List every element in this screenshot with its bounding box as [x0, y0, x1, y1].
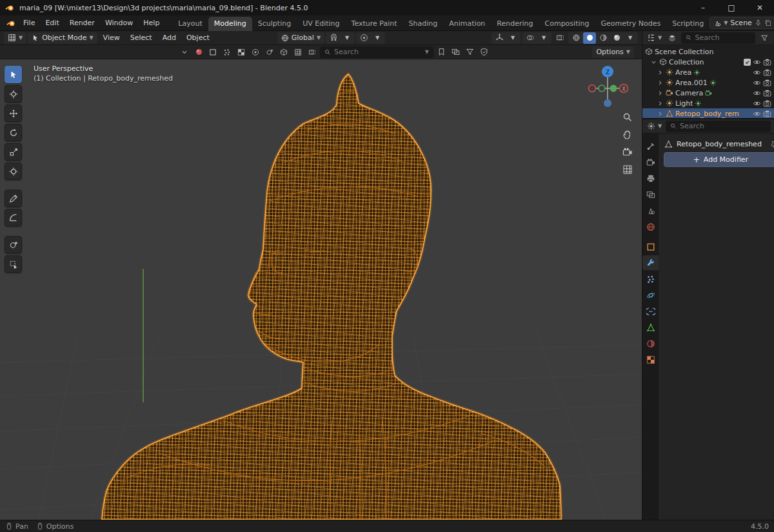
collection-checkbox[interactable] — [744, 59, 751, 66]
gizmo-minus-z-axis[interactable] — [604, 99, 611, 107]
tab-particles[interactable] — [642, 271, 659, 286]
proportional-falloff-dropdown[interactable]: ▼ — [371, 32, 384, 44]
shading-dropdown[interactable]: ▼ — [624, 32, 637, 44]
outliner-editor-type-dropdown[interactable]: ▼ — [646, 32, 663, 44]
hide-eye-icon[interactable] — [753, 110, 761, 118]
tab-tool[interactable] — [642, 139, 659, 153]
xray-toggle-button[interactable] — [553, 32, 566, 44]
outliner-search-input[interactable] — [695, 34, 751, 42]
tool-transform-button[interactable] — [5, 163, 22, 180]
transform-orientation-dropdown[interactable]: Global ▼ — [277, 32, 324, 44]
outliner-filter-icon[interactable] — [758, 32, 771, 44]
outliner-search-field[interactable] — [681, 32, 755, 44]
maximize-button[interactable]: □ — [717, 0, 746, 15]
tab-world[interactable] — [642, 219, 659, 234]
overlays-dropdown[interactable]: ▼ — [537, 32, 550, 44]
viewport-3d[interactable]: User Perspective (1) Collection | Retopo… — [0, 59, 642, 520]
viewport-camera-button[interactable] — [621, 146, 633, 158]
collapse-icon[interactable] — [650, 59, 657, 66]
tab-object-data[interactable] — [642, 320, 659, 335]
menu-help[interactable]: Help — [138, 17, 164, 29]
tool-scale-button[interactable] — [5, 143, 22, 161]
minimize-button[interactable]: – — [689, 0, 717, 15]
gizmo-minus-y-axis[interactable] — [599, 85, 605, 92]
toggle-plane-icon[interactable] — [292, 46, 304, 58]
viewport-zoom-button[interactable] — [621, 111, 633, 123]
workspace-tab-scripting[interactable]: Scripting — [666, 17, 710, 31]
tab-texture[interactable] — [642, 352, 659, 367]
viewport-pan-button[interactable] — [621, 128, 633, 141]
show-gizmos-button[interactable] — [493, 32, 506, 44]
expand-icon[interactable] — [657, 100, 664, 107]
menu-add[interactable]: Add — [158, 32, 181, 43]
hide-eye-icon[interactable] — [753, 89, 761, 97]
workspace-tab-rendering[interactable]: Rendering — [491, 17, 539, 31]
tool-search-input[interactable] — [334, 48, 422, 56]
workspace-tab-geometry-nodes[interactable]: Geometry Nodes — [595, 17, 666, 31]
properties-editor-type-dropdown[interactable]: ▼ — [646, 121, 663, 132]
add-modifier-button[interactable]: + Add Modifier — [664, 152, 774, 167]
tool-add-cube-button[interactable] — [5, 236, 22, 253]
wireframe-bust[interactable] — [102, 74, 561, 520]
outliner-row-area[interactable]: Area — [642, 67, 774, 77]
properties-search-input[interactable] — [680, 122, 766, 130]
unpin-icon[interactable] — [755, 19, 762, 26]
tool-settings-collapse-icon[interactable] — [178, 46, 191, 58]
expand-icon[interactable] — [657, 90, 664, 97]
tab-object[interactable] — [642, 239, 659, 254]
workspace-tab-uv-editing[interactable]: UV Editing — [297, 17, 345, 31]
workspace-tab-shading[interactable]: Shading — [403, 17, 444, 31]
tab-physics[interactable] — [642, 288, 659, 302]
tool-cursor-button[interactable] — [5, 85, 22, 103]
menu-object[interactable]: Object — [182, 32, 214, 43]
expand-icon[interactable] — [657, 110, 664, 117]
navigation-gizmo[interactable]: Z X — [585, 62, 630, 110]
tool-search-field[interactable]: ▼ — [320, 46, 433, 58]
blender-logo-icon[interactable] — [4, 19, 18, 28]
show-overlays-button[interactable] — [524, 32, 537, 44]
tool-select-box-button[interactable] — [5, 66, 22, 83]
shield-check-icon[interactable] — [477, 46, 490, 58]
tool-annotate-button[interactable] — [5, 190, 22, 207]
proportional-editing-button[interactable] — [357, 32, 370, 44]
hide-eye-icon[interactable] — [753, 99, 761, 108]
camera-visibility-icon[interactable] — [763, 110, 771, 118]
workspace-tab-sculpting[interactable]: Sculpting — [252, 17, 297, 31]
select-mode-new-icon[interactable] — [206, 46, 219, 58]
tab-constraints[interactable] — [642, 304, 659, 319]
outliner-row-area-001[interactable]: Area.001 — [642, 77, 774, 88]
gizmos-dropdown[interactable]: ▼ — [506, 32, 519, 44]
tab-view-layer[interactable] — [642, 187, 659, 202]
mode-dropdown[interactable]: Object Mode ▼ — [28, 32, 97, 44]
menu-edit[interactable]: Edit — [40, 17, 64, 29]
bookmark-icon[interactable] — [435, 46, 448, 58]
scene-selector[interactable]: ▼ Scene — [710, 17, 774, 29]
properties-search-field[interactable] — [666, 121, 771, 132]
menu-view[interactable]: View — [99, 32, 124, 43]
toggle-cube-grid-icon[interactable] — [277, 46, 290, 58]
menu-render[interactable]: Render — [64, 17, 100, 29]
camera-visibility-icon[interactable] — [763, 99, 771, 108]
select-mode-subtract-icon[interactable] — [235, 46, 248, 58]
shading-rendered-button[interactable] — [610, 32, 623, 44]
options-dropdown[interactable]: Options ▼ — [592, 46, 634, 58]
brush-color-icon[interactable] — [192, 46, 205, 58]
camera-visibility-icon[interactable] — [763, 79, 771, 87]
workspace-tab-texture-paint[interactable]: Texture Paint — [346, 17, 403, 31]
tool-move-button[interactable] — [5, 104, 22, 122]
menu-window[interactable]: Window — [100, 17, 138, 29]
hide-eye-icon[interactable] — [753, 68, 761, 77]
pin-icon[interactable] — [769, 141, 774, 148]
camera-visibility-icon[interactable] — [763, 89, 771, 97]
menu-select[interactable]: Select — [126, 32, 157, 43]
wireframe-mesh-canvas[interactable] — [0, 59, 642, 520]
select-mode-extend-icon[interactable] — [221, 46, 233, 58]
hide-eye-icon[interactable] — [753, 79, 761, 87]
tab-modifiers[interactable] — [642, 255, 659, 270]
outliner-row-retopo-body-remeshed[interactable]: Retopo_body_rem — [642, 108, 774, 118]
outliner-display-mode-icon[interactable] — [666, 32, 679, 44]
hide-eye-icon[interactable] — [753, 58, 761, 66]
gizmo-y-axis[interactable] — [610, 85, 617, 92]
display-mode-icon[interactable] — [449, 46, 462, 58]
new-scene-icon[interactable] — [764, 19, 771, 26]
